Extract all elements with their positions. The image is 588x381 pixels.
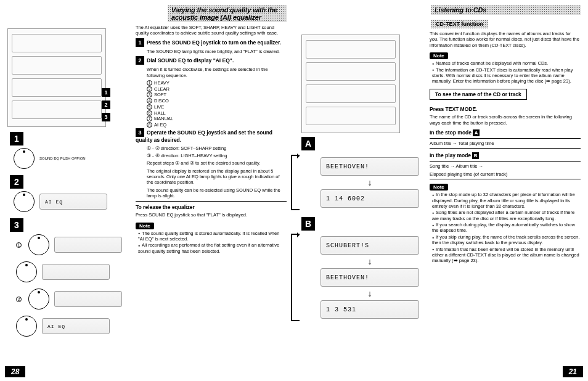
section-subtitle: CD-TEXT function xyxy=(431,20,488,28)
seq-item: HEAVY xyxy=(154,80,169,86)
seq-item: SOFT xyxy=(154,92,166,97)
page-number: 28 xyxy=(5,366,25,377)
big-step-3: 3 xyxy=(10,218,23,232)
instructions-col: The AI equalizer uses the SOFT, SHARP, H… xyxy=(136,25,287,343)
letter-a: A xyxy=(301,137,315,150)
intro-text: This convenient function displays the na… xyxy=(430,31,581,48)
lcd-display: BEETHOVEN! xyxy=(321,157,419,176)
lcd-display: BEETHOVEN! xyxy=(321,268,419,287)
seq-item: DISCO xyxy=(154,98,169,104)
seq-item: AI EQ xyxy=(154,122,166,128)
step-num-3: 3 xyxy=(136,128,144,137)
page-number: 21 xyxy=(563,366,583,377)
step-2-body: When it is turned clockwise, the setting… xyxy=(147,67,287,78)
illustration-col: 1 2 3 1 SOUND EQ PUSH OFF/ON 2 AI EQ 3 1… xyxy=(7,25,131,343)
knob-label: SOUND EQ PUSH OFF/ON xyxy=(39,157,86,160)
knob-icon xyxy=(16,261,37,282)
step-1-body: The SOUND EQ lamp lights more brightly, … xyxy=(147,49,287,54)
knob-icon xyxy=(14,148,35,169)
page-left: Sound quality/sound field operation Vary… xyxy=(0,0,294,381)
intro-text: The AI equalizer uses the SOFT, SHARP, H… xyxy=(136,25,287,36)
step-3-head: Operate the SOUND EQ joystick and set th… xyxy=(136,129,272,143)
eq-sequence: 1HEAVY 2CLEAR 3SOFT 4DISCO 5LIVE 6HALL 7… xyxy=(147,80,287,128)
note-item: Information that has been entered will b… xyxy=(432,247,581,264)
loop-arrow-icon xyxy=(291,234,300,321)
illustration-col: A BEETHOVEN! ↓ 1 14 6002 B SCHUBERT!S ↓ … xyxy=(301,31,425,322)
lcd-display: AI EQ xyxy=(42,318,110,334)
lcd-display xyxy=(54,237,122,253)
release-head: To release the equalizer xyxy=(136,204,287,211)
stop-mode-line: Album title → Total playing time xyxy=(430,141,581,146)
note-label: Note xyxy=(136,223,154,229)
lcd-display: 1 3 531 xyxy=(321,300,419,319)
arrow-down-icon: ↓ xyxy=(368,178,372,187)
press-body: The name of the CD or track scrolls acro… xyxy=(430,114,581,126)
note-list: Names of tracks cannot be displayed with… xyxy=(432,60,581,84)
note-item: The sound quality setting is stored auto… xyxy=(138,231,287,242)
lcd-display xyxy=(42,264,110,280)
lcd-display: 1 14 6002 xyxy=(321,189,419,208)
callout-3: 3 xyxy=(102,113,110,121)
letter-b: B xyxy=(301,217,315,231)
big-step-2: 2 xyxy=(10,175,23,189)
seq-item: CLEAR xyxy=(154,86,169,92)
note-item: If you search during play, the display a… xyxy=(432,222,581,234)
knob-icon xyxy=(28,289,49,309)
page-right: CD operations Listening to CDs CD-TEXT f… xyxy=(294,0,588,381)
play-mode-l1: Song title → Album title → xyxy=(430,163,581,169)
note-label: Note xyxy=(430,52,448,59)
note-item: Names of tracks cannot be displayed with… xyxy=(432,60,581,66)
section-title: Varying the sound quality with the acous… xyxy=(168,5,287,22)
note-item: If you skip during play, the name of the… xyxy=(432,234,581,246)
instructions-col: This convenient function displays the na… xyxy=(430,31,581,322)
note-label: Note xyxy=(430,184,448,190)
release-body: Press SOUND EQ joystick so that "FLAT" i… xyxy=(136,212,287,218)
loop-arrow-icon xyxy=(291,155,300,210)
step-2-head: Dial SOUND EQ to display "AI EQ". xyxy=(147,57,234,63)
info-box: To see the name of the CD or track xyxy=(430,89,527,100)
step-num-2: 2 xyxy=(136,56,144,65)
callout-2: 2 xyxy=(102,100,110,109)
arrow-down-icon: ↓ xyxy=(368,289,372,298)
step-num-1: 1 xyxy=(136,38,144,47)
play-mode-mark: B xyxy=(472,152,479,159)
stereo-diagram xyxy=(301,35,400,133)
play-mode-head: In the play mode xyxy=(430,152,471,158)
stereo-diagram: 1 2 3 xyxy=(7,28,106,127)
seq-item: MANUAL xyxy=(154,116,173,121)
note-list: In the stop mode up to 32 characters per… xyxy=(432,192,581,264)
step-3-l2: ③ - ④ direction: LIGHT–HEAVY setting xyxy=(147,153,287,158)
note-item: All recordings are performed at the flat… xyxy=(138,242,287,254)
press-head: Press TEXT MODE. xyxy=(430,106,581,113)
lcd-display xyxy=(54,291,122,307)
lcd-display: AI EQ xyxy=(39,194,107,210)
step-1-head: Press the SOUND EQ joystick to turn on t… xyxy=(147,39,281,46)
big-step-1: 1 xyxy=(10,132,23,145)
note-list: The sound quality setting is stored auto… xyxy=(138,231,287,255)
step-3-l1: ① - ② direction: SOFT–SHARP setting xyxy=(147,145,287,151)
note-item: The information on CD-TEXT discs is auto… xyxy=(432,67,581,84)
callout-1: 1 xyxy=(102,88,110,97)
knob-icon xyxy=(28,234,49,255)
knob-icon xyxy=(16,316,37,337)
lcd-display: SCHUBERT!S xyxy=(321,236,419,255)
step-3-l4: The original display is restored on the … xyxy=(147,168,287,186)
note-item: In the stop mode up to 32 characters per… xyxy=(432,192,581,209)
seq-item: HALL xyxy=(154,110,166,116)
stop-mode-head: In the stop mode xyxy=(430,129,472,136)
note-item: Song titles are not displayed after a ce… xyxy=(432,210,581,221)
step-3-l3: Repeat steps ① and ② to set the desired … xyxy=(147,160,287,166)
arrow-down-icon: ↓ xyxy=(368,257,372,266)
play-mode-l2: Elapsed playing time (of current track) xyxy=(430,171,581,177)
step-3-l5: The sound quality can be re-selected usi… xyxy=(147,187,287,199)
stop-mode-mark: A xyxy=(473,129,480,136)
section-title: Listening to CDs xyxy=(431,5,581,15)
knob-icon xyxy=(14,191,35,212)
seq-item: LIVE xyxy=(154,104,164,110)
